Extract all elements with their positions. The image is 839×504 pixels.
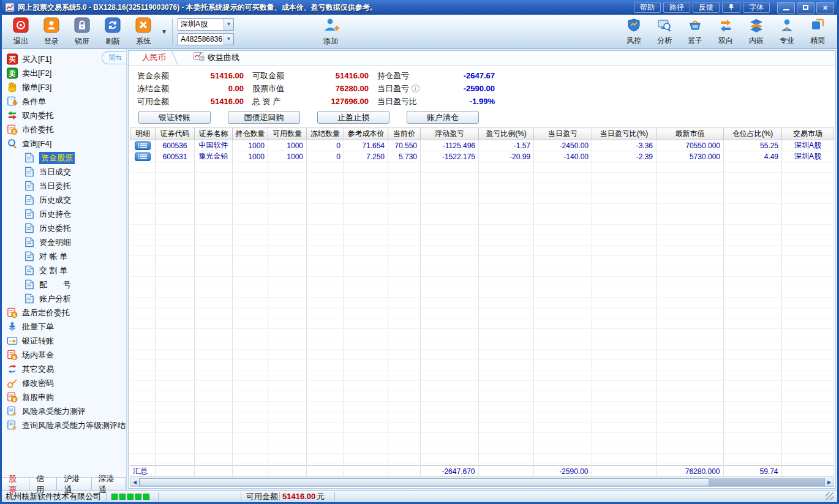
sidebar-item-交割单[interactable]: 交 割 单 [2, 263, 126, 277]
maximize-button[interactable] [797, 2, 815, 13]
sidebar-item-账户分析[interactable]: 账户分析 [2, 291, 126, 306]
font-button[interactable]: 字体 [743, 2, 770, 13]
horizontal-scrollbar[interactable]: ◀ ▶ [130, 478, 834, 487]
resize-grip[interactable] [826, 492, 833, 500]
toolbar-button-内嵌[interactable]: 内嵌 [743, 17, 770, 47]
sidebar-item-查询风险承受能力等级测评结果[interactable]: ★查询风险承受能力等级测评结果 [2, 418, 126, 432]
toolbar-button-篮子[interactable]: 篮子 [682, 17, 709, 47]
market-select[interactable]: 深圳A股 ▼ [178, 18, 234, 31]
sidebar-item-历史委托[interactable]: 历史委托 [2, 221, 126, 235]
sidebar-item-双向委托[interactable]: 双向委托 [2, 108, 126, 122]
tab-profit-curve[interactable]: 收益曲线 [189, 50, 244, 65]
account-summary: 资金余额51416.00可取金额51416.00持仓盈亏-2647.67冻结金额… [129, 66, 835, 109]
column-header-最新市值[interactable]: 最新市值 [657, 128, 724, 140]
sidebar-item-风险承受能力测评[interactable]: ★风险承受能力测评 [2, 404, 126, 418]
scrollbar-thumb[interactable] [140, 478, 709, 486]
sidebar-item-盘后定价委托[interactable]: $盘后定价委托 [2, 306, 126, 320]
column-header-证券名称[interactable]: 证券名称 [195, 128, 233, 140]
info-icon[interactable]: i [412, 85, 419, 92]
column-header-浮动盈亏[interactable]: 浮动盈亏 [421, 128, 479, 140]
toolbar-button-登录[interactable]: 登录 [36, 17, 67, 47]
column-header-冻结数量[interactable]: 冻结数量 [307, 128, 344, 140]
chevron-down-icon[interactable]: ▼ [224, 34, 233, 45]
account-select[interactable]: A482586836 ▼ [178, 33, 234, 45]
column-header-盈亏比例(%)[interactable]: 盈亏比例(%) [479, 128, 534, 140]
detail-button[interactable] [135, 152, 151, 161]
sidebar-item-资金明细[interactable]: 资金明细 [2, 235, 126, 249]
doc-dollar-icon: $ [7, 392, 18, 403]
table-row[interactable]: 600531豫光金铅1000100007.2505.730-1522.175-2… [130, 151, 834, 162]
sidebar-item-历史成交[interactable]: 历史成交 [2, 193, 126, 207]
column-header-交易市场[interactable]: 交易市场 [782, 128, 834, 140]
toolbar-button-专业[interactable]: 专业 [773, 17, 800, 47]
action-button-国债逆回购[interactable]: 国债逆回购 [228, 111, 300, 124]
cell-当日盈亏: -140.00 [534, 151, 592, 162]
sidebar-item-资金股票[interactable]: 资金股票 [2, 151, 126, 165]
toolbar-button-锁屏[interactable]: 锁屏 [67, 17, 97, 47]
action-button-止盈止损[interactable]: 止盈止损 [317, 111, 389, 124]
column-header-参考成本价[interactable]: 参考成本价 [344, 128, 388, 140]
sidebar-item-银证转账[interactable]: 银证转账 [2, 334, 126, 348]
toolbar: 退出登录锁屏刷新系统 ▼ 深圳A股 ▼ A482586836 ▼ 添加 风控分析… [2, 15, 837, 49]
sidebar-item-批量下单[interactable]: 批量下单 [2, 320, 126, 334]
sidebar: 简⇆ 买买入[F1]卖卖出[F2]撤单[F3]条件单双向委托$市价委托查询[F4… [2, 49, 127, 490]
sidebar-item-新股申购[interactable]: $新股申购 [2, 390, 126, 404]
action-button-银证转账[interactable]: 银证转账 [138, 111, 211, 124]
toolbar-button-系统[interactable]: 系统 [128, 17, 159, 47]
titlebar-button-反馈[interactable]: 反馈 [693, 2, 720, 13]
scroll-left-icon[interactable]: ◀ [130, 478, 140, 486]
toolbar-button-分析[interactable]: 分析 [651, 17, 678, 47]
cell-证券代码: 600531 [156, 151, 195, 162]
toolbar-button-风控[interactable]: 风控 [620, 17, 647, 47]
column-header-证券代码[interactable]: 证券代码 [156, 128, 195, 140]
sidebar-item-当日成交[interactable]: 当日成交 [2, 165, 126, 179]
table-empty-row [130, 339, 834, 350]
account-tab-股票[interactable]: 股票 [2, 478, 29, 490]
titlebar-button-路径[interactable]: 路径 [663, 2, 690, 13]
sidebar-item-历史持仓[interactable]: 历史持仓 [2, 207, 126, 221]
sidebar-item-对帐单[interactable]: 对 帐 单 [2, 249, 126, 263]
column-header-仓位占比(%)[interactable]: 仓位占比(%) [724, 128, 782, 140]
toolbar-button-精简[interactable]: 精简 [804, 17, 831, 47]
sidebar-item-卖出[F2][interactable]: 卖卖出[F2] [2, 66, 126, 80]
toolbar-button-退出[interactable]: 退出 [6, 17, 36, 47]
scrollbar-track[interactable] [709, 478, 824, 486]
column-header-可用数量[interactable]: 可用数量 [268, 128, 307, 140]
table-empty-row [130, 350, 834, 360]
simple-mode-toggle[interactable]: 简⇆ [102, 51, 126, 64]
add-account-button[interactable]: 添加 [315, 17, 346, 47]
column-header-当日盈亏[interactable]: 当日盈亏 [534, 128, 592, 140]
minimize-button[interactable] [777, 2, 795, 13]
action-button-账户清仓[interactable]: 账户清仓 [407, 111, 479, 124]
scroll-right-icon[interactable]: ▶ [824, 478, 833, 486]
toolbar-button-刷新[interactable]: 刷新 [97, 17, 128, 47]
sidebar-item-查询[F4][interactable]: 查询[F4] [2, 137, 126, 151]
column-header-当前价[interactable]: 当前价 [388, 128, 421, 140]
sidebar-item-配号[interactable]: 配 号 [2, 277, 126, 291]
sidebar-item-修改密码[interactable]: 修改密码 [2, 376, 126, 390]
account-tab-深港通[interactable]: 深港通 [92, 478, 126, 490]
summary-label-text: 资金余额 [137, 71, 169, 80]
close-button[interactable]: × [816, 2, 834, 13]
sidebar-item-市价委托[interactable]: $市价委托 [2, 122, 126, 137]
account-tab-沪港通[interactable]: 沪港通 [57, 478, 91, 490]
sidebar-item-条件单[interactable]: 条件单 [2, 94, 126, 108]
sidebar-item-场内基金[interactable]: $场内基金 [2, 348, 126, 362]
detail-button[interactable] [135, 141, 151, 150]
sidebar-item-当日委托[interactable]: 当日委托 [2, 179, 126, 193]
sidebar-item-其它交易[interactable]: 其它交易 [2, 362, 126, 376]
column-header-当日盈亏比(%)[interactable]: 当日盈亏比(%) [592, 128, 657, 140]
table-row[interactable]: 600536中国软件10001000071.65470.550-1125.496… [130, 140, 834, 151]
account-tab-信用[interactable]: 信用 [29, 478, 57, 490]
toolbar-button-双向[interactable]: 双向 [712, 17, 739, 47]
pin-icon[interactable] [722, 2, 740, 13]
chevron-down-icon[interactable]: ▼ [224, 19, 233, 30]
column-header-明细[interactable]: 明细 [130, 128, 156, 140]
toolbar-more-button[interactable]: ▼ [159, 28, 170, 35]
titlebar-button-帮助[interactable]: 帮助 [634, 2, 661, 13]
column-header-持仓数量[interactable]: 持仓数量 [233, 128, 268, 140]
sidebar-item-撤单[F3][interactable]: 撤单[F3] [2, 80, 126, 94]
tab-rmb[interactable]: 人民币 [135, 50, 171, 65]
svg-text:★: ★ [12, 424, 17, 431]
cell-仓位占比(%): 55.25 [724, 140, 782, 151]
